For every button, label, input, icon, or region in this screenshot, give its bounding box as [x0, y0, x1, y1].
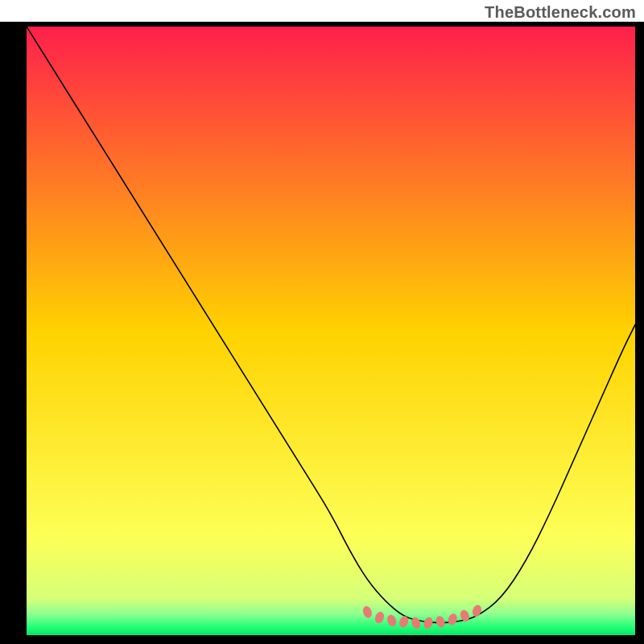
bottleneck-chart [0, 0, 644, 644]
watermark-text: TheBottleneck.com [485, 3, 636, 22]
